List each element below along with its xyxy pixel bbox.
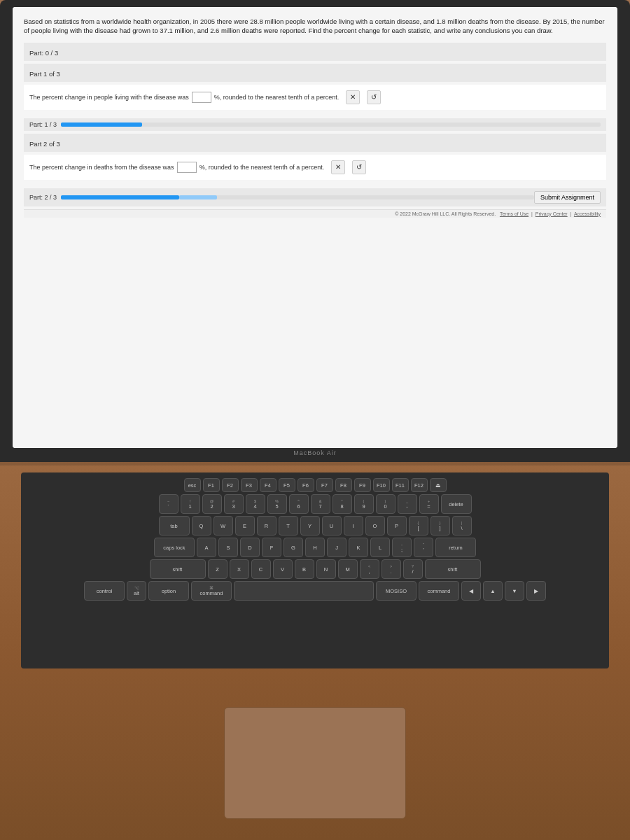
key-2[interactable]: @2 bbox=[202, 494, 222, 514]
key-f8[interactable]: F8 bbox=[335, 478, 352, 492]
part1-input[interactable] bbox=[192, 92, 211, 103]
key-x[interactable]: X bbox=[230, 559, 249, 579]
key-8[interactable]: *8 bbox=[332, 494, 352, 514]
key-space[interactable] bbox=[234, 581, 374, 601]
key-capslock[interactable]: caps lock bbox=[154, 538, 195, 557]
key-l[interactable]: L bbox=[370, 538, 390, 557]
key-a[interactable]: A bbox=[197, 538, 216, 557]
key-arrow-up[interactable]: ▲ bbox=[483, 581, 503, 601]
key-f4[interactable]: F4 bbox=[260, 478, 276, 492]
key-f9[interactable]: F9 bbox=[354, 478, 371, 492]
key-b[interactable]: B bbox=[295, 559, 314, 579]
key-p[interactable]: P bbox=[387, 516, 407, 536]
key-rbracket[interactable]: }] bbox=[430, 516, 450, 536]
key-f3[interactable]: F3 bbox=[241, 478, 258, 492]
key-g[interactable]: G bbox=[284, 538, 303, 557]
part2-footer: Part: 2 / 3 Submit Assignment bbox=[24, 188, 606, 206]
key-equals[interactable]: += bbox=[419, 494, 439, 514]
key-c[interactable]: C bbox=[251, 559, 271, 579]
key-4[interactable]: $4 bbox=[246, 494, 265, 514]
privacy-link[interactable]: Privacy Center bbox=[536, 211, 568, 216]
key-arrow-left[interactable]: ◀ bbox=[461, 581, 481, 601]
part2-progress-bar bbox=[61, 195, 534, 200]
key-f2[interactable]: F2 bbox=[222, 478, 239, 492]
part2-question-text: The percent change in deaths from the di… bbox=[29, 164, 174, 171]
key-o[interactable]: O bbox=[365, 516, 385, 536]
key-t[interactable]: T bbox=[279, 516, 298, 536]
key-e[interactable]: E bbox=[235, 516, 255, 536]
key-f[interactable]: F bbox=[262, 538, 281, 557]
key-arrow-right[interactable]: ▶ bbox=[526, 581, 546, 601]
part0-label: Part: 0 / 3 bbox=[29, 49, 58, 57]
key-quote[interactable]: "' bbox=[414, 538, 433, 557]
key-q[interactable]: Q bbox=[192, 516, 211, 536]
submit-assignment-button[interactable]: Submit Assignment bbox=[534, 191, 601, 204]
number-key-row: ~` !1 @2 #3 $4 %5 ^6 &7 *8 (9 )0 _- += d… bbox=[28, 494, 602, 514]
key-rshift[interactable]: shift bbox=[425, 559, 481, 579]
key-f7[interactable]: F7 bbox=[316, 478, 333, 492]
key-control[interactable]: control bbox=[84, 581, 125, 601]
part1-redo-button[interactable]: ↺ bbox=[367, 90, 381, 104]
key-f10[interactable]: F10 bbox=[373, 478, 390, 492]
key-comma[interactable]: <, bbox=[360, 559, 379, 579]
key-option[interactable]: option bbox=[148, 581, 189, 601]
key-eject[interactable]: ⏏ bbox=[430, 478, 447, 492]
key-backtick[interactable]: ~` bbox=[159, 494, 178, 514]
key-slash[interactable]: ?/ bbox=[403, 559, 423, 579]
key-u[interactable]: U bbox=[322, 516, 342, 536]
key-3[interactable]: #3 bbox=[224, 494, 244, 514]
key-v[interactable]: V bbox=[273, 559, 293, 579]
part2-redo-button[interactable]: ↺ bbox=[352, 160, 366, 174]
accessibility-link[interactable]: Accessibility bbox=[574, 211, 601, 216]
key-f1[interactable]: F1 bbox=[203, 478, 220, 492]
key-k[interactable]: K bbox=[349, 538, 368, 557]
part1-progress-fill bbox=[61, 122, 142, 127]
key-s[interactable]: S bbox=[218, 538, 238, 557]
key-1[interactable]: !1 bbox=[181, 494, 200, 514]
key-6[interactable]: ^6 bbox=[289, 494, 309, 514]
key-5[interactable]: %5 bbox=[267, 494, 287, 514]
key-j[interactable]: J bbox=[327, 538, 346, 557]
key-z[interactable]: Z bbox=[208, 559, 227, 579]
part1-check-button[interactable]: ✕ bbox=[346, 90, 360, 104]
key-i[interactable]: I bbox=[344, 516, 363, 536]
key-d[interactable]: D bbox=[240, 538, 260, 557]
key-h[interactable]: H bbox=[305, 538, 325, 557]
keyboard-area: esc F1 F2 F3 F4 F5 F6 F7 F8 F9 F10 F11 F… bbox=[0, 465, 630, 840]
key-mosiso[interactable]: MOSISO bbox=[376, 581, 416, 601]
key-return[interactable]: return bbox=[435, 538, 476, 557]
key-m[interactable]: M bbox=[338, 559, 358, 579]
key-lshift[interactable]: shift bbox=[150, 559, 206, 579]
key-w[interactable]: W bbox=[214, 516, 233, 536]
terms-link[interactable]: Terms of Use bbox=[500, 211, 528, 216]
part2-input[interactable] bbox=[177, 162, 197, 173]
key-f5[interactable]: F5 bbox=[279, 478, 295, 492]
key-period[interactable]: >. bbox=[382, 559, 401, 579]
touchpad[interactable] bbox=[224, 707, 406, 819]
key-minus[interactable]: _- bbox=[398, 494, 417, 514]
bottom-row: control ⌥alt option ⌘command MOSISO comm… bbox=[28, 581, 602, 601]
key-command-left[interactable]: ⌘command bbox=[191, 581, 232, 601]
key-esc[interactable]: esc bbox=[184, 478, 201, 492]
key-command-right[interactable]: command bbox=[419, 581, 459, 601]
key-f12[interactable]: F12 bbox=[411, 478, 428, 492]
key-delete[interactable]: delete bbox=[441, 494, 472, 514]
key-r[interactable]: R bbox=[257, 516, 276, 536]
key-lbracket[interactable]: {[ bbox=[409, 516, 428, 536]
key-7[interactable]: &7 bbox=[311, 494, 330, 514]
key-9[interactable]: (9 bbox=[354, 494, 374, 514]
part1-content: The percent change in people living with… bbox=[24, 85, 606, 110]
key-f6[interactable]: F6 bbox=[298, 478, 314, 492]
key-arrow-down[interactable]: ▼ bbox=[505, 581, 524, 601]
key-alt-left[interactable]: ⌥alt bbox=[127, 581, 146, 601]
key-f11[interactable]: F11 bbox=[392, 478, 409, 492]
part2-check-button[interactable]: ✕ bbox=[331, 160, 345, 174]
part2-question-row: The percent change in deaths from the di… bbox=[29, 160, 601, 174]
key-backslash[interactable]: |\ bbox=[452, 516, 472, 536]
key-n[interactable]: N bbox=[316, 559, 336, 579]
key-tab[interactable]: tab bbox=[159, 516, 190, 536]
key-y[interactable]: Y bbox=[300, 516, 320, 536]
copyright-text: © 2022 McGraw Hill LLC. All Rights Reser… bbox=[395, 211, 496, 216]
key-semicolon[interactable]: :; bbox=[392, 538, 412, 557]
key-0[interactable]: )0 bbox=[376, 494, 396, 514]
